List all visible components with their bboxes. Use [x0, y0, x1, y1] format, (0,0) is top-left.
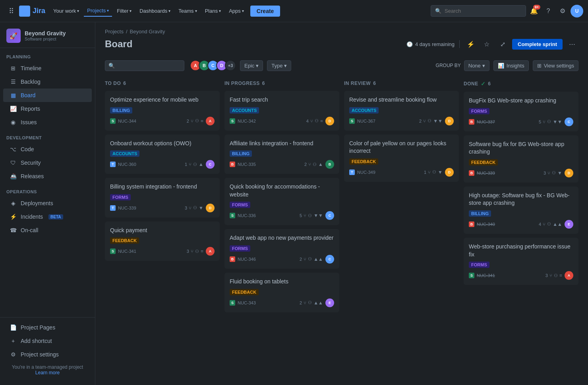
inprogress-count: 6 [262, 81, 265, 86]
plans-nav[interactable]: Plans▾ [202, 6, 224, 16]
filter-search-box[interactable]: 🔍 [105, 60, 184, 71]
issue-type-icon: S [349, 118, 355, 124]
table-row[interactable]: High outage: Software bug fix - BG Web-s… [464, 187, 578, 234]
branch-icon: ⑂ [304, 213, 306, 218]
table-row[interactable]: Onboard workout options (OWO) ACCOUNTS T… [105, 135, 220, 174]
card-title: Affiliate links integration - frontend [230, 140, 334, 148]
count: 2 [304, 162, 307, 167]
more-options-button[interactable]: ⋯ [566, 38, 578, 50]
jira-logo[interactable]: Jira [19, 6, 45, 17]
issue-id: NUC-349 [357, 170, 422, 175]
table-row[interactable]: BugFix BG Web-store app crashing FORMS B… [464, 92, 578, 131]
learn-more-link[interactable]: Learn more [35, 370, 60, 375]
expand-button[interactable]: ⤢ [496, 38, 509, 50]
sidebar-item-timeline[interactable]: ⊞ Timeline [3, 62, 92, 75]
sidebar-item-project-settings[interactable]: ⚙ Project settings [3, 348, 92, 361]
notifications-badge: 9+ [533, 5, 540, 10]
view-settings-button[interactable]: ⊞ View settings [533, 60, 578, 71]
breadcrumb-project[interactable]: Beyond Gravity [130, 29, 165, 35]
table-row[interactable]: Affiliate links integration - frontend B… [224, 135, 339, 174]
person-icon: ⚇ [432, 169, 436, 175]
count: 3 [187, 249, 189, 254]
card-meta: 2 ⑂ ⚇ ▲▲ [300, 300, 323, 306]
sidebar-item-oncall[interactable]: ☎ On-call [3, 223, 92, 237]
sidebar-item-incidents[interactable]: ⚡ Incidents BETA [3, 210, 92, 223]
table-row[interactable]: Quick booking for accommodations - websi… [224, 178, 339, 225]
card-footer: T NUC-349 1 ⑂ ⚇ ▼ D [349, 168, 454, 177]
star-button[interactable]: ☆ [480, 38, 493, 50]
complete-sprint-button[interactable]: Complete sprint [512, 39, 563, 50]
team-managed-notice: You're in a team-managed project Learn m… [0, 361, 95, 379]
notifications-button[interactable]: 🔔 9+ [528, 5, 540, 17]
sidebar-item-security[interactable]: 🛡 Security [3, 156, 92, 169]
table-row[interactable]: Quick payment FEEDBACK S NUC-341 3 ⑂ ⚇ = [105, 221, 220, 261]
branch-icon: ⑂ [189, 206, 191, 210]
table-row[interactable]: Fast trip search ACCOUNTS S NUC-342 4 ⑂ … [224, 91, 339, 131]
table-row[interactable]: Optimize experience for mobile web BILLI… [105, 91, 220, 131]
table-row[interactable]: Web-store purchasing performance issue f… [464, 238, 578, 285]
priority-icon: ▼ [438, 169, 443, 175]
sidebar-item-add-shortcut[interactable]: + Add shortcut [3, 334, 92, 348]
sidebar-item-backlog[interactable]: ☰ Backlog [3, 75, 92, 89]
help-button[interactable]: ? [542, 5, 555, 17]
inreview-cards: Revise and streamline booking flow ACCOU… [344, 91, 459, 182]
lightning-button[interactable]: ⚡ [464, 38, 477, 50]
table-row[interactable]: Fluid booking on tablets FEEDBACK S NUC-… [224, 273, 339, 312]
dashboards-nav[interactable]: Dashboards▾ [136, 6, 174, 16]
search-input[interactable] [445, 8, 522, 14]
user-avatar[interactable]: U [571, 5, 583, 17]
type-filter[interactable]: Type ▾ [267, 60, 291, 71]
issue-id: NUC-360 [118, 162, 182, 167]
project-pages-icon: 📄 [10, 324, 17, 331]
epic-filter[interactable]: Epic ▾ [240, 60, 263, 71]
person-icon: ⚇ [547, 119, 551, 124]
priority-icon: ▼ [557, 170, 562, 176]
inprogress-title: IN PROGRESS [224, 81, 260, 86]
inreview-title: IN REVIEW [344, 81, 371, 86]
sidebar-item-reports[interactable]: 📈 Reports [3, 102, 92, 116]
group-by-selector[interactable]: None ▾ [464, 60, 489, 71]
grid-icon[interactable]: ⠿ [5, 5, 17, 17]
card-footer: S NUC-343 2 ⑂ ⚇ ▲▲ E [230, 298, 334, 307]
table-row[interactable]: Revise and streamline booking flow ACCOU… [344, 91, 459, 131]
avatar: A [206, 117, 215, 125]
create-button[interactable]: Create [250, 6, 280, 17]
avatar-extra-count[interactable]: +3 [225, 60, 236, 71]
avatar: D [206, 204, 215, 212]
issue-id: NUC-339 [477, 171, 541, 175]
done-column-header: DONE ✓ 6 [464, 77, 578, 92]
sidebar-item-releases[interactable]: 🚢 Releases [3, 169, 92, 183]
board-icon: ▦ [10, 92, 17, 99]
filter-nav[interactable]: Filter▾ [114, 6, 135, 16]
filter-search-input[interactable] [117, 63, 181, 69]
table-row[interactable]: Adapt web app no new payments provider F… [224, 229, 339, 269]
person-icon: ⚇ [315, 118, 319, 123]
sidebar-item-project-pages[interactable]: 📄 Project Pages [3, 321, 92, 334]
search-box[interactable]: 🔍 [431, 5, 526, 17]
table-row[interactable]: Software bug fix for BG Web-store app cr… [464, 135, 578, 183]
sidebar-item-board[interactable]: ▦ Board [3, 89, 92, 102]
security-label: Security [21, 160, 41, 166]
avatar: C [325, 255, 334, 264]
projects-nav[interactable]: Projects▾ [84, 5, 112, 17]
your-work-nav[interactable]: Your work▾ [50, 6, 82, 16]
card-footer: B NUC-339 3 ⑂ ⚇ ▼ D [469, 169, 573, 177]
settings-button[interactable]: ⚙ [556, 5, 569, 17]
card-footer: S NUC-367 2 ⑂ ⚇ ▼▼ D [349, 117, 454, 125]
deployments-icon: ◈ [10, 200, 17, 207]
table-row[interactable]: Color of pale yellow on our pages looks … [344, 135, 459, 182]
done-check-icon: ✓ [481, 81, 486, 87]
table-row[interactable]: Billing system integration - frontend FO… [105, 178, 220, 218]
apps-nav[interactable]: Apps▾ [226, 6, 247, 16]
todo-title: TO DO [105, 81, 121, 86]
teams-nav[interactable]: Teams▾ [175, 6, 200, 16]
card-footer: S NUC-341 3 ⑂ ⚇ = A [110, 247, 215, 256]
card-tag: FEEDBACK [469, 159, 498, 166]
breadcrumb-projects[interactable]: Projects [105, 29, 124, 35]
sidebar-item-issues[interactable]: ◉ Issues [3, 116, 92, 129]
insights-chart-icon: 📊 [498, 63, 504, 69]
sidebar-item-code[interactable]: ⌥ Code [3, 142, 92, 156]
insights-button[interactable]: 📊 Insights [493, 60, 529, 71]
sidebar-item-deployments[interactable]: ◈ Deployments [3, 196, 92, 210]
card-meta: 2 ⑂ ⚇ ▲ [304, 162, 323, 167]
